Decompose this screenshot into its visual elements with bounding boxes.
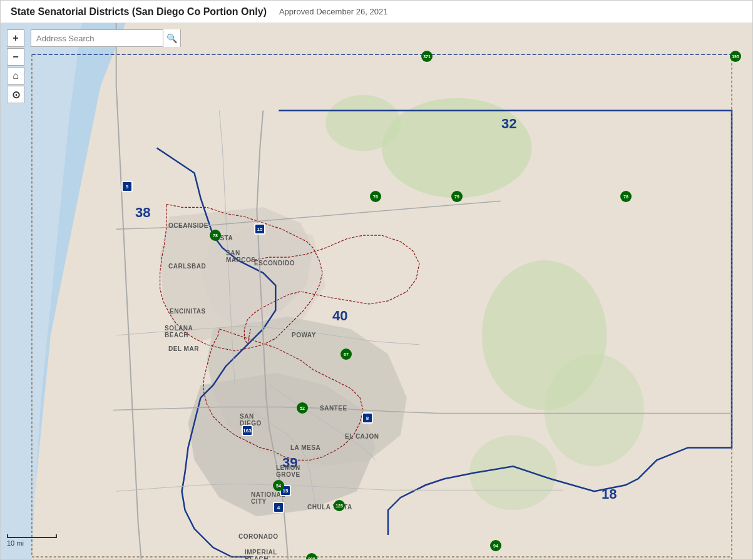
zoom-out-button[interactable]: − — [7, 48, 24, 66]
map-container[interactable]: + − ⌂ ⊙ 🔍 1832383940 OCEANSIDEVISTACARLS… — [1, 23, 752, 559]
svg-point-7 — [469, 435, 557, 510]
search-icon: 🔍 — [166, 33, 177, 43]
zoom-in-button[interactable]: + — [7, 29, 24, 47]
search-input[interactable] — [31, 33, 163, 44]
header: State Senatorial Districts (San Diego Co… — [1, 1, 752, 23]
page-subtitle: Approved December 26, 2021 — [279, 7, 387, 16]
svg-point-3 — [382, 98, 532, 198]
svg-point-6 — [545, 354, 645, 467]
search-bar: 🔍 — [31, 29, 181, 47]
scale-label: 10 mi — [7, 539, 24, 547]
locate-button[interactable]: ⊙ — [7, 86, 24, 103]
scale-bar: 10 mi — [7, 534, 57, 547]
search-button[interactable]: 🔍 — [163, 29, 180, 47]
scale-line — [7, 534, 57, 538]
svg-rect-0 — [32, 23, 752, 559]
app-container: State Senatorial Districts (San Diego Co… — [0, 0, 753, 560]
map-svg — [1, 23, 752, 559]
page-title: State Senatorial Districts (San Diego Co… — [11, 6, 267, 18]
map-controls: + − ⌂ ⊙ — [7, 29, 24, 103]
svg-point-4 — [325, 95, 401, 151]
home-button[interactable]: ⌂ — [7, 67, 24, 84]
